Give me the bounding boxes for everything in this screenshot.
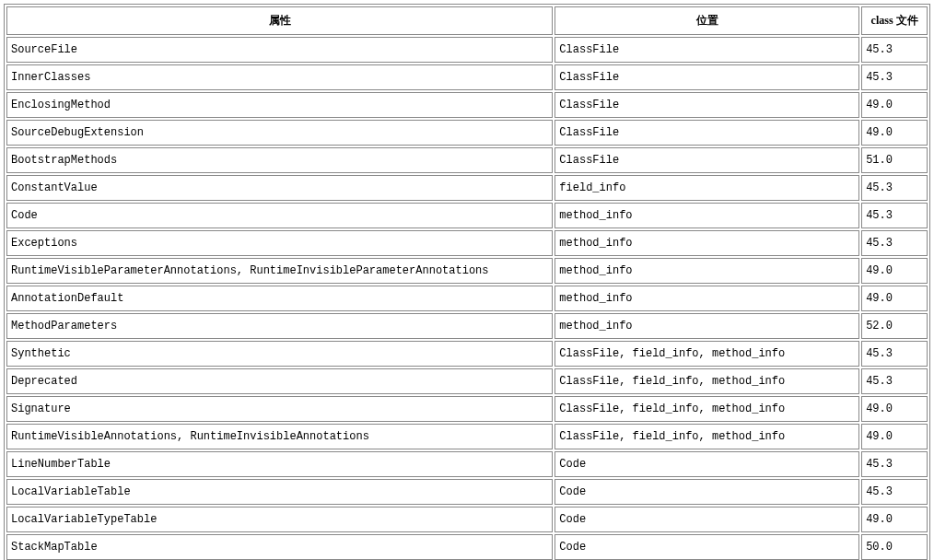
cell-location: ClassFile, field_info, method_info	[555, 424, 859, 449]
cell-version: 49.0	[861, 92, 928, 118]
cell-version: 45.3	[861, 230, 928, 256]
cell-location: method_info	[555, 313, 859, 339]
cell-attribute: Deprecated	[6, 368, 553, 394]
cell-location: ClassFile	[555, 92, 859, 118]
table-row: SourceFileClassFile45.3	[6, 37, 928, 63]
cell-version: 49.0	[861, 120, 928, 146]
cell-attribute: SourceDebugExtension	[6, 120, 553, 146]
table-row: StackMapTableCode50.0	[6, 534, 928, 560]
cell-location: method_info	[555, 258, 859, 284]
cell-attribute: LocalVariableTypeTable	[6, 507, 553, 532]
cell-version: 52.0	[861, 313, 928, 339]
cell-attribute: InnerClasses	[6, 64, 553, 90]
table-row: EnclosingMethodClassFile49.0	[6, 92, 928, 118]
table-row: LocalVariableTypeTableCode49.0	[6, 507, 928, 532]
header-classfile: class 文件	[861, 6, 928, 35]
cell-attribute: AnnotationDefault	[6, 286, 553, 311]
cell-version: 45.3	[861, 203, 928, 228]
cell-version: 45.3	[861, 451, 928, 477]
cell-attribute: StackMapTable	[6, 534, 553, 560]
table-row: SyntheticClassFile, field_info, method_i…	[6, 341, 928, 367]
cell-location: method_info	[555, 230, 859, 256]
cell-location: ClassFile	[555, 120, 859, 146]
table-row: LocalVariableTableCode45.3	[6, 479, 928, 505]
cell-version: 45.3	[861, 175, 928, 201]
cell-attribute: Code	[6, 203, 553, 228]
cell-location: ClassFile, field_info, method_info	[555, 368, 859, 394]
table-row: BootstrapMethodsClassFile51.0	[6, 147, 928, 173]
cell-attribute: RuntimeVisibleParameterAnnotations, Runt…	[6, 258, 553, 284]
table-row: SourceDebugExtensionClassFile49.0	[6, 120, 928, 146]
header-attribute: 属性	[6, 6, 553, 35]
cell-location: Code	[555, 451, 859, 477]
table-row: MethodParametersmethod_info52.0	[6, 313, 928, 339]
cell-version: 45.3	[861, 37, 928, 63]
cell-attribute: Signature	[6, 396, 553, 422]
header-location: 位置	[555, 6, 859, 35]
cell-version: 49.0	[861, 258, 928, 284]
cell-version: 51.0	[861, 147, 928, 173]
cell-version: 45.3	[861, 64, 928, 90]
table-row: DeprecatedClassFile, field_info, method_…	[6, 368, 928, 394]
cell-location: ClassFile	[555, 64, 859, 90]
table-row: Exceptionsmethod_info45.3	[6, 230, 928, 256]
cell-attribute: EnclosingMethod	[6, 92, 553, 118]
cell-version: 45.3	[861, 479, 928, 505]
cell-attribute: ConstantValue	[6, 175, 553, 201]
cell-version: 45.3	[861, 368, 928, 394]
cell-location: method_info	[555, 286, 859, 311]
table-row: Codemethod_info45.3	[6, 203, 928, 228]
cell-location: ClassFile, field_info, method_info	[555, 396, 859, 422]
cell-location: Code	[555, 507, 859, 532]
cell-location: Code	[555, 479, 859, 505]
table-row: AnnotationDefaultmethod_info49.0	[6, 286, 928, 311]
table-row: SignatureClassFile, field_info, method_i…	[6, 396, 928, 422]
table-row: LineNumberTableCode45.3	[6, 451, 928, 477]
cell-version: 49.0	[861, 424, 928, 449]
table-row: RuntimeVisibleAnnotations, RuntimeInvisi…	[6, 424, 928, 449]
attribute-table: 属性 位置 class 文件 SourceFileClassFile45.3In…	[4, 4, 930, 560]
cell-location: ClassFile	[555, 147, 859, 173]
cell-attribute: RuntimeVisibleAnnotations, RuntimeInvisi…	[6, 424, 553, 449]
cell-location: Code	[555, 534, 859, 560]
cell-attribute: BootstrapMethods	[6, 147, 553, 173]
table-row: InnerClassesClassFile45.3	[6, 64, 928, 90]
cell-version: 45.3	[861, 341, 928, 367]
table-row: RuntimeVisibleParameterAnnotations, Runt…	[6, 258, 928, 284]
cell-attribute: Exceptions	[6, 230, 553, 256]
cell-version: 50.0	[861, 534, 928, 560]
cell-attribute: LocalVariableTable	[6, 479, 553, 505]
cell-location: method_info	[555, 203, 859, 228]
cell-attribute: SourceFile	[6, 37, 553, 63]
cell-version: 49.0	[861, 396, 928, 422]
cell-attribute: Synthetic	[6, 341, 553, 367]
table-header-row: 属性 位置 class 文件	[6, 6, 928, 35]
cell-location: ClassFile, field_info, method_info	[555, 341, 859, 367]
cell-attribute: MethodParameters	[6, 313, 553, 339]
cell-location: field_info	[555, 175, 859, 201]
cell-version: 49.0	[861, 286, 928, 311]
cell-attribute: LineNumberTable	[6, 451, 553, 477]
cell-version: 49.0	[861, 507, 928, 532]
cell-location: ClassFile	[555, 37, 859, 63]
table-row: ConstantValuefield_info45.3	[6, 175, 928, 201]
